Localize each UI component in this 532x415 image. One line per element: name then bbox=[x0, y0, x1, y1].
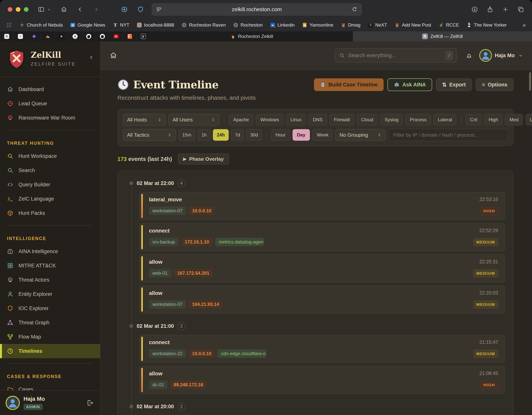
sidebar-toggle-icon[interactable] bbox=[38, 6, 45, 13]
severity-chip-med[interactable]: Med bbox=[505, 114, 523, 125]
sidebar-item-hunt-workspace[interactable]: Hunt Workspace bbox=[0, 149, 100, 163]
collapse-sidebar-icon[interactable] bbox=[88, 55, 94, 60]
event-card[interactable]: connectsrv-backup172.16.1.10metrics.data… bbox=[139, 223, 505, 251]
sidebar-item-threat-actors[interactable]: Threat Actors bbox=[0, 273, 100, 287]
filter-input[interactable] bbox=[388, 129, 508, 141]
range-chip-30d[interactable]: 30d bbox=[246, 129, 262, 141]
sidebar-chevron-icon[interactable] bbox=[47, 6, 51, 13]
share-icon[interactable] bbox=[487, 6, 494, 13]
range-chip-15m[interactable]: 15m bbox=[178, 129, 195, 141]
pinned-tab[interactable]: ✳ bbox=[0, 31, 14, 41]
bookmark-item[interactable]: Dmag bbox=[341, 22, 361, 28]
options-button[interactable]: ≡ Options bbox=[476, 78, 513, 91]
pinned-tab[interactable]: F bbox=[137, 31, 150, 41]
ip-tag[interactable]: 167.172.54.201 bbox=[174, 269, 213, 277]
record-extension-icon[interactable] bbox=[121, 6, 128, 13]
source-chip-apache[interactable]: Apache bbox=[229, 114, 253, 125]
tab-zelkill[interactable]: R ZelKill — ZelKill bbox=[353, 31, 532, 41]
avatar[interactable] bbox=[7, 397, 19, 409]
back-icon[interactable] bbox=[76, 6, 84, 13]
severity-chip-high[interactable]: High bbox=[484, 114, 503, 125]
sidebar-item-aina-intelligence[interactable]: AINA Intelligence bbox=[0, 244, 100, 258]
forward-icon[interactable] bbox=[93, 6, 100, 13]
event-card[interactable]: allowweb-01167.172.54.20122:25:31MEDIUM bbox=[139, 254, 505, 282]
tab-rocheston-zelkill[interactable]: Rocheston Zelkill bbox=[150, 31, 353, 41]
bookmark-item[interactable]: ⌘localhost-8888 bbox=[137, 22, 174, 28]
pinned-tab[interactable] bbox=[109, 31, 123, 41]
ip-tag[interactable]: 172.16.1.10 bbox=[181, 238, 212, 246]
source-chip-dns[interactable]: DNS bbox=[308, 114, 327, 125]
granularity-chip-week[interactable]: Week bbox=[312, 129, 333, 141]
host-tag[interactable]: dc-01 bbox=[149, 381, 167, 389]
domain-tag[interactable]: metrics.datadog-agent.io bbox=[215, 238, 264, 246]
tactics-select[interactable]: All Tactics bbox=[123, 129, 176, 141]
source-chip-process[interactable]: Process bbox=[405, 114, 431, 125]
pinned-tab[interactable]: ✳ bbox=[14, 31, 27, 41]
bookmark-item[interactable]: inLinkedin bbox=[270, 22, 295, 28]
sidebar-item-entity-explorer[interactable]: Entity Explorer bbox=[0, 287, 100, 301]
bookmark-item[interactable]: Add New Post bbox=[394, 22, 431, 28]
source-chip-lateral[interactable]: Lateral bbox=[433, 114, 456, 125]
sidebar-item-mitre-att-ck[interactable]: MITRE ATT&CK bbox=[0, 258, 100, 273]
pinned-tab[interactable] bbox=[82, 31, 96, 41]
grid-dots-icon[interactable] bbox=[6, 22, 12, 28]
host-tag[interactable]: workstation-22 bbox=[149, 349, 186, 358]
pinned-tab[interactable] bbox=[96, 31, 109, 41]
avatar[interactable] bbox=[480, 50, 491, 61]
phase-overlay-button[interactable]: ▶ Phase Overlay bbox=[178, 153, 229, 165]
range-chip-24h[interactable]: 24h bbox=[213, 129, 228, 141]
host-tag[interactable]: workstation-07 bbox=[149, 300, 186, 309]
grouping-select[interactable]: No Grouping bbox=[335, 129, 386, 141]
severity-chip-crit[interactable]: Crit bbox=[466, 114, 482, 125]
scrollbar-thumb[interactable] bbox=[529, 72, 531, 91]
sidebar-item-threat-graph[interactable]: Threat Graph bbox=[0, 315, 100, 330]
range-chip-7d[interactable]: 7d bbox=[231, 129, 244, 141]
bookmark-item[interactable]: Church of Nebula bbox=[19, 22, 63, 28]
granularity-chip-hour[interactable]: Hour bbox=[271, 129, 290, 141]
bookmark-item[interactable]: TNYT bbox=[113, 22, 129, 28]
host-tag[interactable]: srv-backup bbox=[149, 238, 178, 246]
sidebar-item-search[interactable]: Search bbox=[0, 163, 100, 178]
source-chip-windows[interactable]: Windows bbox=[256, 114, 283, 125]
tab-overview-icon[interactable] bbox=[517, 6, 524, 13]
event-card[interactable]: allowworkstation-07104.21.93.1422:20:03M… bbox=[139, 285, 505, 313]
user-menu[interactable]: Haja Mo bbox=[480, 50, 523, 61]
bookmark-item[interactable]: Rocheston bbox=[233, 22, 263, 28]
sidebar-item-dashboard[interactable]: Dashboard bbox=[0, 82, 100, 96]
severity-chip-low[interactable]: Low bbox=[525, 114, 532, 125]
ask-aina-button[interactable]: Ask AINA bbox=[388, 78, 432, 91]
pinned-tab[interactable] bbox=[55, 31, 68, 41]
bookmarks-overflow-icon[interactable]: » bbox=[522, 22, 526, 28]
bookmark-item[interactable]: RCCE bbox=[438, 22, 459, 28]
pinned-tab[interactable] bbox=[41, 31, 55, 41]
bookmark-item[interactable]: Rocheston Raven bbox=[181, 22, 226, 28]
sidebar-item-ioc-explorer[interactable]: IOC Explorer bbox=[0, 301, 100, 315]
source-chip-cloud[interactable]: Cloud bbox=[357, 114, 378, 125]
global-search-input[interactable] bbox=[348, 52, 442, 58]
new-tab-icon[interactable] bbox=[502, 6, 509, 13]
sidebar-item-hunt-packs[interactable]: Hunt Packs bbox=[0, 206, 100, 220]
bookmark-item[interactable]: The New Yorker bbox=[466, 22, 507, 28]
shield-extension-icon[interactable] bbox=[137, 6, 144, 13]
domain-tag[interactable]: cdn-edge.cloudflare-cdn bbox=[218, 349, 266, 358]
sidebar-item-cases[interactable]: Cases bbox=[0, 382, 100, 390]
downloads-icon[interactable] bbox=[471, 6, 478, 13]
sidebar-item-flow-map[interactable]: Flow Map bbox=[0, 330, 100, 344]
ip-tag[interactable]: 10.0.0.10 bbox=[189, 207, 215, 215]
event-card[interactable]: connectworkstation-2210.0.0.10cdn-edge.c… bbox=[139, 335, 505, 363]
sidebar-item-lead-queue[interactable]: Lead Queue bbox=[0, 96, 100, 111]
granularity-chip-day[interactable]: Day bbox=[293, 129, 310, 141]
sidebar-item-ransomware-war-room[interactable]: Ransomware War Room bbox=[0, 111, 100, 125]
home-icon[interactable] bbox=[60, 6, 67, 13]
build-case-timeline-button[interactable]: Build Case Timeline bbox=[314, 78, 384, 91]
host-tag[interactable]: web-01 bbox=[149, 269, 171, 277]
notifications-bell-icon[interactable] bbox=[466, 52, 473, 59]
range-chip-1h[interactable]: 1h bbox=[198, 129, 210, 141]
url-bar[interactable]: zelkill.rocheston.com bbox=[152, 3, 362, 16]
reload-icon[interactable] bbox=[352, 7, 357, 12]
minimize-window-button[interactable] bbox=[16, 7, 20, 12]
event-card[interactable]: allowdc-0189.248.172.1621:08:45HIGH bbox=[139, 366, 505, 394]
reader-icon[interactable] bbox=[156, 7, 162, 12]
event-card[interactable]: lateral_moveworkstation-0710.0.0.1022:53… bbox=[139, 192, 505, 220]
bookmark-item[interactable]: MYamsonline bbox=[302, 22, 333, 28]
